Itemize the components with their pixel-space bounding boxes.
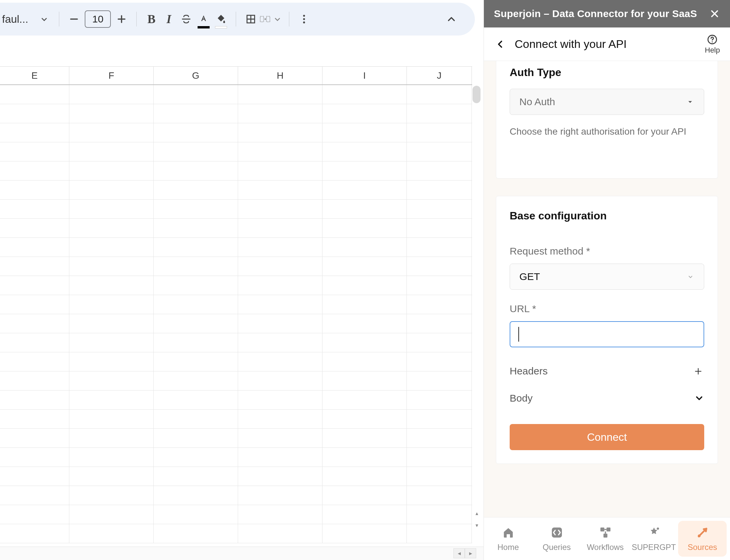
connect-button[interactable]: Connect [510, 424, 704, 450]
spreadsheet-grid[interactable] [0, 85, 472, 549]
headers-row[interactable]: Headers ＋ [510, 363, 704, 379]
cell[interactable] [407, 429, 472, 447]
font-family-select[interactable]: faul... [0, 13, 28, 25]
close-panel-button[interactable] [708, 7, 721, 20]
cell[interactable] [407, 142, 472, 161]
cell[interactable] [154, 85, 238, 104]
cell[interactable] [69, 161, 154, 180]
cell[interactable] [0, 352, 69, 371]
cell[interactable] [238, 448, 322, 467]
cell[interactable] [238, 524, 322, 543]
cell[interactable] [154, 314, 238, 333]
cell[interactable] [0, 219, 69, 237]
strikethrough-button[interactable] [177, 10, 195, 28]
cell[interactable] [322, 352, 407, 371]
cell[interactable] [69, 448, 154, 467]
cell[interactable] [69, 505, 154, 524]
cell[interactable] [0, 371, 69, 390]
cell[interactable] [0, 410, 69, 428]
cell[interactable] [154, 352, 238, 371]
url-input[interactable] [510, 321, 704, 347]
increase-font-size-button[interactable] [113, 10, 130, 28]
cell[interactable] [407, 181, 472, 199]
cell[interactable] [69, 123, 154, 142]
collapse-toolbar-button[interactable] [443, 10, 460, 28]
cell[interactable] [154, 257, 238, 276]
cell[interactable] [0, 333, 69, 352]
cell[interactable] [407, 410, 472, 428]
cell[interactable] [0, 123, 69, 142]
scroll-right-arrow-icon[interactable]: ▸ [465, 548, 476, 558]
cell[interactable] [238, 219, 322, 237]
borders-button[interactable] [242, 10, 260, 28]
cell[interactable] [69, 352, 154, 371]
cell[interactable] [0, 505, 69, 524]
cell[interactable] [238, 85, 322, 104]
cell[interactable] [69, 200, 154, 218]
cell[interactable] [154, 295, 238, 314]
cell[interactable] [69, 276, 154, 295]
cell[interactable] [154, 238, 238, 257]
cell[interactable] [69, 142, 154, 161]
cell[interactable] [154, 448, 238, 467]
cell[interactable] [0, 104, 69, 123]
column-header[interactable]: I [322, 67, 407, 84]
cell[interactable] [322, 314, 407, 333]
scrollbar-thumb[interactable] [472, 86, 481, 103]
cell[interactable] [407, 276, 472, 295]
cell[interactable] [407, 448, 472, 467]
more-options-button[interactable] [295, 10, 313, 28]
cell[interactable] [0, 467, 69, 486]
cell[interactable] [322, 295, 407, 314]
cell[interactable] [154, 333, 238, 352]
cell[interactable] [238, 314, 322, 333]
cell[interactable] [322, 123, 407, 142]
cell[interactable] [407, 371, 472, 390]
cell[interactable] [407, 486, 472, 505]
cell[interactable] [238, 505, 322, 524]
column-header[interactable]: F [69, 67, 154, 84]
cell[interactable] [0, 238, 69, 257]
vertical-scrollbar[interactable]: ▴ ▾ [472, 66, 482, 542]
cell[interactable] [69, 219, 154, 237]
cell[interactable] [69, 104, 154, 123]
cell[interactable] [0, 161, 69, 180]
cell[interactable] [69, 295, 154, 314]
cell[interactable] [322, 181, 407, 199]
nav-item-supergpt[interactable]: SUPERGPT [630, 517, 678, 560]
cell[interactable] [69, 314, 154, 333]
cell[interactable] [69, 410, 154, 428]
merge-cells-button[interactable] [260, 10, 283, 28]
cell[interactable] [0, 295, 69, 314]
cell[interactable] [238, 257, 322, 276]
cell[interactable] [322, 486, 407, 505]
italic-button[interactable]: I [160, 10, 177, 28]
cell[interactable] [407, 200, 472, 218]
cell[interactable] [154, 505, 238, 524]
cell[interactable] [238, 352, 322, 371]
cell[interactable] [407, 391, 472, 409]
font-size-input[interactable]: 10 [85, 10, 111, 28]
cell[interactable] [69, 333, 154, 352]
cell[interactable] [154, 410, 238, 428]
cell[interactable] [407, 238, 472, 257]
cell[interactable] [69, 181, 154, 199]
cell[interactable] [407, 314, 472, 333]
cell[interactable] [69, 486, 154, 505]
cell[interactable] [322, 238, 407, 257]
scroll-left-arrow-icon[interactable]: ◂ [453, 548, 465, 558]
nav-item-queries[interactable]: Queries [532, 517, 581, 560]
cell[interactable] [154, 104, 238, 123]
cell[interactable] [238, 333, 322, 352]
cell[interactable] [154, 371, 238, 390]
cell[interactable] [322, 85, 407, 104]
cell[interactable] [0, 524, 69, 543]
cell[interactable] [69, 391, 154, 409]
nav-item-workflows[interactable]: Workflows [581, 517, 630, 560]
body-row[interactable]: Body [510, 393, 704, 404]
scroll-up-arrow-icon[interactable]: ▴ [472, 508, 482, 518]
back-button[interactable] [494, 39, 507, 49]
cell[interactable] [407, 505, 472, 524]
cell[interactable] [0, 85, 69, 104]
cell[interactable] [238, 161, 322, 180]
